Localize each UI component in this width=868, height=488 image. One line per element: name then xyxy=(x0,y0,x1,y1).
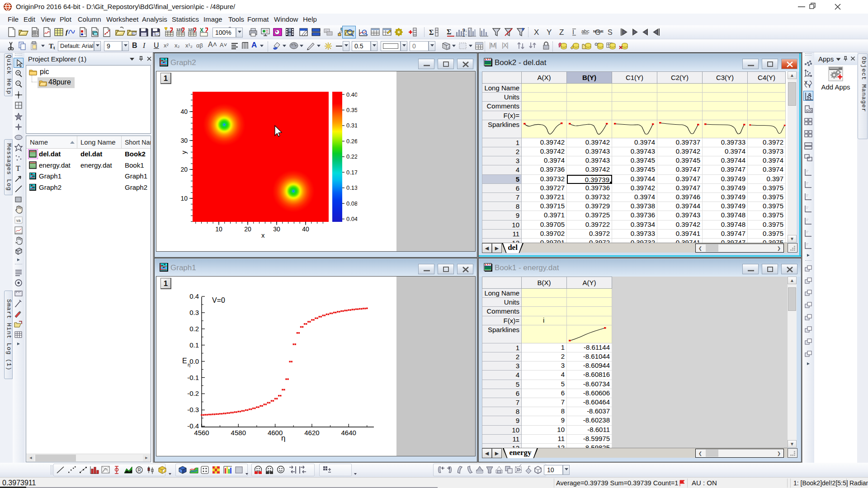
svg-text:123: 123 xyxy=(188,28,194,32)
svg-text:-0.3: -0.3 xyxy=(187,406,199,413)
svg-text:G: G xyxy=(595,28,600,36)
svg-text:0.08: 0.08 xyxy=(346,200,357,207)
svg-text:x: x xyxy=(261,231,265,239)
svg-text:S: S xyxy=(608,28,613,36)
svg-text:0.35: 0.35 xyxy=(346,107,357,113)
svg-text:Y: Y xyxy=(808,83,811,89)
svg-text:10: 10 xyxy=(180,195,188,202)
svg-text:V=0: V=0 xyxy=(212,296,225,304)
svg-text:0.31: 0.31 xyxy=(346,122,357,129)
svg-text:va: va xyxy=(16,218,21,223)
svg-text:4600: 4600 xyxy=(268,429,283,436)
svg-text:0.40: 0.40 xyxy=(346,91,357,98)
svg-text:30: 30 xyxy=(273,225,280,233)
svg-text:4580: 4580 xyxy=(231,429,246,436)
svg-text:f: f xyxy=(66,28,69,36)
svg-text:4640: 4640 xyxy=(341,429,356,436)
svg-text:0.22: 0.22 xyxy=(346,153,357,160)
svg-text:0.26: 0.26 xyxy=(346,138,357,145)
svg-text:0.4: 0.4 xyxy=(189,292,199,300)
svg-text:t: t xyxy=(53,45,55,50)
svg-text:η: η xyxy=(188,362,190,367)
svg-text:-0.2: -0.2 xyxy=(187,389,199,397)
svg-text:10: 10 xyxy=(215,225,222,233)
svg-text:4560: 4560 xyxy=(194,429,209,436)
svg-text:0.3: 0.3 xyxy=(189,309,199,316)
svg-text:E: E xyxy=(182,357,187,365)
svg-text:40: 40 xyxy=(180,108,188,115)
svg-text:4620: 4620 xyxy=(304,429,319,436)
svg-text:abc: abc xyxy=(581,28,590,34)
svg-text:T: T xyxy=(16,164,20,172)
svg-text:0.0: 0.0 xyxy=(189,357,199,365)
svg-text:Y: Y xyxy=(547,28,552,37)
svg-text:0.2: 0.2 xyxy=(189,325,199,333)
svg-text:30: 30 xyxy=(180,137,188,144)
svg-text:η: η xyxy=(281,434,285,442)
svg-text:R: R xyxy=(138,468,141,473)
svg-text:123: 123 xyxy=(176,28,183,32)
svg-text:0.13: 0.13 xyxy=(346,184,357,191)
svg-text:40: 40 xyxy=(302,225,309,233)
svg-text:20: 20 xyxy=(244,225,251,233)
svg-text:-0.1: -0.1 xyxy=(187,374,199,381)
svg-text:0.04: 0.04 xyxy=(346,216,357,222)
svg-text:Σ: Σ xyxy=(429,28,434,36)
svg-text:0.17: 0.17 xyxy=(346,169,357,176)
svg-text:20: 20 xyxy=(180,166,188,173)
svg-text:y: y xyxy=(180,150,188,154)
svg-text:T: T xyxy=(49,42,53,50)
svg-text:0.1: 0.1 xyxy=(189,341,199,349)
svg-text:I: I xyxy=(572,28,574,36)
svg-text:Z: Z xyxy=(559,28,564,37)
svg-text:Σ: Σ xyxy=(447,28,451,36)
svg-text:X: X xyxy=(534,28,539,37)
